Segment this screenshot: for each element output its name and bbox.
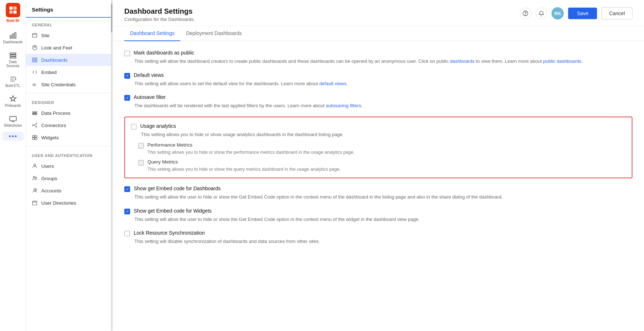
logo[interactable] — [6, 3, 20, 17]
svg-rect-4 — [10, 35, 11, 38]
sub-setting-performance-metrics: Performance Metrics This setting allows … — [138, 142, 626, 155]
sidebar-item-data-process-label: Data Process — [41, 110, 70, 116]
checkbox-autosave-filter[interactable] — [124, 95, 130, 101]
sidebar: Settings GENERAL Site Look and Feel Dash… — [26, 0, 113, 331]
sidebar-item-user-directories[interactable]: User Directories — [26, 197, 112, 209]
user-avatar[interactable]: RK — [551, 7, 564, 19]
desc-lock-resource: This setting will disable synchronizatio… — [124, 238, 632, 245]
svg-point-12 — [33, 45, 37, 50]
nav-dashboards-label: Dashboards — [3, 40, 23, 44]
setting-lock-resource: Lock Resource Synchronization This setti… — [124, 230, 632, 245]
scrollbar-track[interactable] — [111, 0, 112, 331]
page-subtitle: Configuration for the Dashboards. — [124, 17, 195, 22]
svg-rect-3 — [13, 10, 17, 14]
nav-bold-etl[interactable]: Bold ETL — [2, 72, 24, 91]
main-header: Dashboard Settings Configuration for the… — [113, 0, 644, 26]
link-dashboards[interactable]: dashboards — [450, 58, 475, 64]
sidebar-item-dashboards[interactable]: Dashboards — [26, 54, 112, 66]
cancel-button[interactable]: Cancel — [601, 7, 632, 19]
label-performance-metrics: Performance Metrics — [147, 142, 193, 148]
svg-rect-10 — [9, 117, 16, 121]
groups-icon — [32, 175, 38, 181]
nav-bold-etl-label: Bold ETL — [5, 84, 20, 88]
sidebar-item-groups-label: Groups — [41, 176, 57, 181]
label-embed-dashboards: Show get Embed code for Dashboards — [134, 186, 220, 191]
checkbox-mark-public[interactable] — [124, 51, 130, 56]
svg-rect-24 — [33, 135, 34, 137]
dot-1 — [9, 135, 11, 137]
notification-button[interactable] — [536, 8, 547, 19]
svg-rect-9 — [10, 57, 16, 58]
left-nav: Bold BI Dashboards Data Sources Bold ETL… — [0, 0, 26, 331]
directories-icon — [32, 200, 38, 206]
desc-mark-public: This setting will allow the dashboard cr… — [124, 58, 632, 65]
sidebar-item-users-label: Users — [41, 164, 54, 169]
widgets-icon — [32, 135, 38, 140]
save-button[interactable]: Save — [568, 8, 597, 19]
header-title-group: Dashboard Settings Configuration for the… — [124, 7, 195, 22]
svg-rect-19 — [33, 113, 37, 113]
nav-slideshows[interactable]: Slideshows — [2, 112, 24, 130]
scrollbar-thumb — [111, 4, 112, 32]
checkbox-embed-widgets[interactable] — [124, 209, 130, 214]
connectors-icon — [32, 122, 38, 128]
svg-rect-0 — [9, 6, 13, 10]
sidebar-item-look-and-feel[interactable]: Look and Feel — [26, 42, 112, 54]
sidebar-item-dashboards-label: Dashboards — [41, 57, 68, 63]
dataprocess-icon — [32, 110, 38, 116]
nav-more[interactable] — [2, 132, 24, 141]
desc-performance-metrics: This setting allows you to hide or show … — [138, 150, 626, 155]
sub-setting-query-metrics: Query Metrics This setting allows you to… — [138, 159, 626, 172]
link-default-views[interactable]: default views — [319, 81, 347, 86]
svg-rect-6 — [14, 32, 16, 39]
svg-point-28 — [34, 164, 35, 166]
sidebar-item-site[interactable]: Site — [26, 29, 112, 42]
setting-mark-public: Mark dashboards as public This setting w… — [124, 50, 632, 65]
svg-point-22 — [36, 123, 37, 125]
sidebar-item-widgets[interactable]: Widgets — [26, 131, 112, 144]
checkbox-usage-analytics[interactable] — [131, 124, 137, 130]
desc-embed-dashboards: This setting will allow the user to hide… — [124, 193, 632, 201]
checkbox-lock-resource[interactable] — [124, 231, 130, 236]
label-mark-public: Mark dashboards as public — [134, 50, 194, 56]
svg-rect-1 — [13, 6, 17, 10]
sidebar-item-data-process[interactable]: Data Process — [26, 107, 112, 119]
label-lock-resource: Lock Resource Synchronization — [134, 230, 205, 236]
checkbox-performance-metrics[interactable] — [138, 143, 144, 149]
link-public-dashboards[interactable]: public dashboards — [543, 58, 581, 64]
setting-embed-widgets: Show get Embed code for Widgets This set… — [124, 208, 632, 223]
sidebar-title: Settings — [26, 0, 112, 18]
page-title: Dashboard Settings — [124, 7, 195, 16]
label-default-views: Default views — [134, 72, 164, 78]
checkbox-default-views[interactable] — [124, 73, 130, 79]
sidebar-item-accounts[interactable]: Accounts — [26, 184, 112, 197]
tab-deployment-dashboards[interactable]: Deployment Dashboards — [180, 26, 248, 41]
svg-rect-11 — [33, 34, 37, 38]
sidebar-item-site-credentials[interactable]: Site Credentials — [26, 78, 112, 91]
label-autosave-filter: Autosave filter — [134, 94, 166, 100]
sidebar-item-embed[interactable]: Embed — [26, 66, 112, 78]
svg-point-30 — [35, 177, 37, 178]
svg-point-31 — [34, 189, 35, 191]
help-button[interactable] — [520, 8, 531, 19]
checkbox-query-metrics[interactable] — [138, 160, 144, 166]
main-content: Dashboard Settings Configuration for the… — [113, 0, 644, 331]
sidebar-item-groups[interactable]: Groups — [26, 172, 112, 184]
help-icon — [522, 10, 529, 17]
svg-rect-15 — [33, 60, 34, 62]
sidebar-item-connectors[interactable]: Connectors — [26, 119, 112, 131]
section-general: GENERAL — [26, 18, 112, 29]
nav-pinboards[interactable]: Pinboards — [2, 92, 24, 110]
nav-dashboards[interactable]: Dashboards — [2, 29, 24, 47]
svg-rect-27 — [35, 138, 37, 140]
tab-dashboard-settings[interactable]: Dashboard Settings — [124, 26, 180, 41]
checkbox-embed-dashboards[interactable] — [124, 186, 130, 192]
dot-2 — [12, 135, 14, 137]
slideshow-icon — [9, 115, 17, 123]
nav-data-sources[interactable]: Data Sources — [2, 48, 24, 71]
link-autosaving-filters[interactable]: autosaving filters — [326, 103, 361, 108]
sidebar-item-users[interactable]: Users — [26, 160, 112, 172]
setting-embed-dashboards: Show get Embed code for Dashboards This … — [124, 186, 632, 201]
sidebar-item-credentials-label: Site Credentials — [41, 82, 76, 87]
tabs: Dashboard Settings Deployment Dashboards — [113, 26, 644, 41]
